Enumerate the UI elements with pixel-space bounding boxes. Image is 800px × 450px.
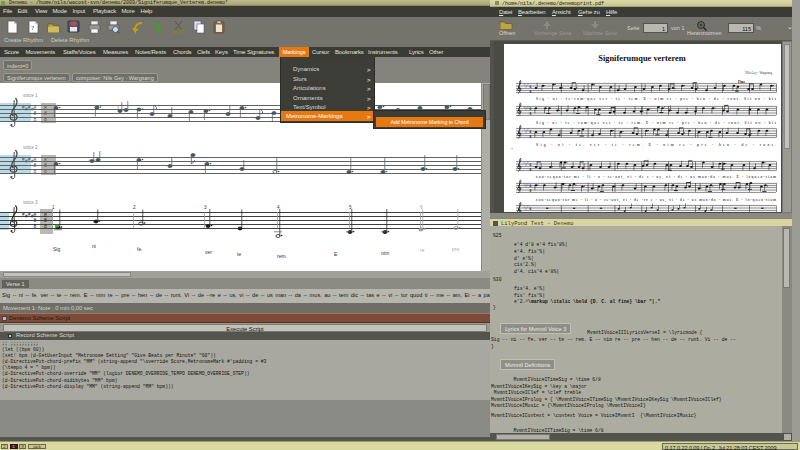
svg-text:Sig - ni - fe-rum-que ver -: Sig - ni - fe-rum-que ver - te - rem. E … <box>536 97 777 101</box>
svg-text:6: 6 <box>530 163 532 167</box>
svg-text:ver: ver <box>205 249 212 255</box>
svg-text:Signiferumque verterem: Signiferumque verterem <box>598 54 686 63</box>
svg-text:Nils Gey - Wargsang: Nils Gey - Wargsang <box>745 71 772 75</box>
svg-text:fe.: fe. <box>137 246 143 252</box>
svg-text:8: 8 <box>44 223 47 229</box>
svg-text:8: 8 <box>530 135 532 139</box>
svg-text:con-sequn-tur me - li - o - re: con-sequn-tur me - li - o - re-ant, vi -… <box>536 175 776 180</box>
svg-text:Sig - ni - fe. ve: Sig - ni - fe. ver - te - rem. E - nim r… <box>536 143 776 147</box>
svg-text:te: te <box>237 251 241 257</box>
svg-text:1: 1 <box>52 205 55 210</box>
svg-text:E: E <box>334 251 338 257</box>
svg-text:rem.: rem. <box>277 253 287 259</box>
svg-text:re: re <box>420 247 425 253</box>
svg-text:8: 8 <box>530 168 532 172</box>
svg-text:6: 6 <box>530 107 532 111</box>
svg-text:voice 2: voice 2 <box>23 145 38 150</box>
svg-text:pre: pre <box>452 246 459 252</box>
svg-text:8: 8 <box>530 112 532 116</box>
svg-text:8: 8 <box>530 212 532 213</box>
svg-text:nim: nim <box>381 250 389 256</box>
svg-text:6: 6 <box>530 207 532 211</box>
svg-text:8: 8 <box>530 90 532 94</box>
svg-text:8: 8 <box>34 223 37 229</box>
svg-text:8: 8 <box>34 116 37 122</box>
svg-text:6: 6 <box>530 130 532 134</box>
svg-text:ni: ni <box>92 243 96 249</box>
svg-text:voice 1: voice 1 <box>23 93 38 98</box>
svg-text:?: ? <box>31 24 34 32</box>
svg-text:8: 8 <box>530 189 532 193</box>
svg-text:3: 3 <box>204 205 207 210</box>
svg-text:con-sequn-tur me - li - o - re: con-sequn-tur me - li - o - re-ant, vi -… <box>536 198 776 203</box>
svg-text:10: 10 <box>510 147 513 150</box>
svg-text:voice 3: voice 3 <box>23 200 38 205</box>
svg-text:6: 6 <box>530 85 532 89</box>
svg-text:6: 6 <box>420 205 423 210</box>
svg-text:8: 8 <box>34 168 37 174</box>
svg-text:2: 2 <box>133 205 136 210</box>
svg-text:8: 8 <box>44 116 47 122</box>
svg-text:6: 6 <box>530 184 532 188</box>
svg-text:Sig: Sig <box>53 246 60 252</box>
svg-text:8: 8 <box>44 168 47 174</box>
svg-text:Sig - ni - fe - rum-que ver: Sig - ni - fe - rum-que ver - te - rem. … <box>536 121 777 125</box>
